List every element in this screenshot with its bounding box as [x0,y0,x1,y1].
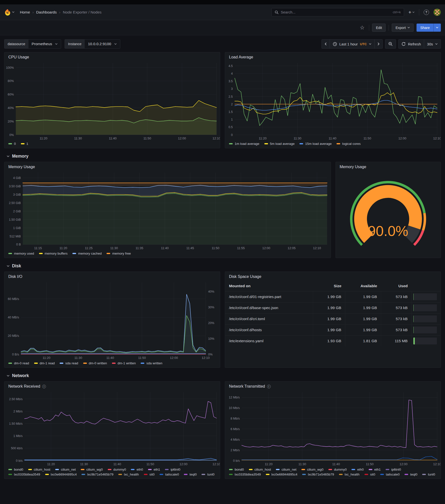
time-shift-forward-button[interactable] [374,39,383,49]
legend-item[interactable]: lxc9b71e5465b79 [302,473,334,476]
cpu-usage-chart[interactable]: 0%20%40%60%80%100%11:2011:3011:4011:5012… [4,60,220,141]
panel-title[interactable]: Network Transmitted [229,384,265,389]
share-button[interactable]: Share [417,24,433,32]
disk-io-chart[interactable]: 0 B/s20 MB/s40 MB/s60 MB/s11:2011:3011:4… [4,280,220,361]
legend-item[interactable]: memory free [107,252,131,255]
refresh-interval-select[interactable]: 30s [424,39,441,49]
legend-item[interactable]: eth1 [148,468,160,471]
legend-item[interactable]: cilium_wg0 [81,468,103,471]
legend-item[interactable]: sda written [141,361,162,365]
legend-item[interactable]: dm-1 read [34,361,55,365]
panel-title[interactable]: Disk Space Usage [229,274,261,279]
panel-title[interactable]: Memory Usage [340,165,366,169]
legend-item[interactable]: sit0 [144,473,155,476]
panel-title[interactable]: Disk I/O [8,274,22,279]
legend-item[interactable]: 5m load average [264,142,295,145]
search-input[interactable]: Search... ctrl+k [271,8,404,17]
add-button[interactable]: + [408,9,416,16]
info-icon[interactable]: i [267,385,271,388]
network-received-chart[interactable]: 0 b/s500 kb/s1 Mb/s1.50 Mb/s2 Mb/s2.50 M… [4,390,220,467]
time-range-picker[interactable]: Last 1 hour UTC [330,39,374,49]
legend-item[interactable]: ip6tnl0 [386,468,401,471]
legend-item[interactable]: memory buffers [39,252,68,255]
svg-text:0 B: 0 B [16,243,21,246]
legend-item[interactable]: lxc_health [118,473,139,476]
legend-item[interactable]: memory used [8,252,34,255]
legend-item[interactable]: dm-0 read [8,361,29,365]
legend-item[interactable]: logical cores [337,142,361,145]
legend-item[interactable]: lxc0e66944895c4 [266,473,298,476]
favorite-star-button[interactable]: ☆ [358,24,366,31]
svg-text:0 B/s: 0 B/s [12,353,19,356]
legend-item[interactable]: sda read [60,361,78,365]
legend-item[interactable]: dm-1 written [112,361,136,365]
section-memory[interactable]: Memory [4,153,441,162]
legend-item[interactable]: cilium_net [276,468,297,471]
memory-usage-chart[interactable]: 0 B512 MiB1 GiB1.50 GiB2 GiB2.50 GiB3 Gi… [4,170,331,251]
legend-item[interactable]: tailscale0 [160,473,179,476]
share-menu-button[interactable] [433,24,441,32]
legend-item[interactable]: dummy0 [328,468,347,471]
network-transmitted-chart[interactable]: 0 b/s2 Mb/s4 Mb/s6 Mb/s8 Mb/s10 Mb/s12 M… [225,390,441,467]
legend-item[interactable]: sit0 [364,473,375,476]
section-network[interactable]: Network [4,372,441,381]
legend-item[interactable]: lxc9b71e5465b79 [82,473,113,476]
user-avatar[interactable] [433,9,441,16]
svg-text:11:30: 11:30 [294,137,302,140]
table-column-header[interactable]: Available [345,281,381,291]
legend-item[interactable]: 0 [8,142,16,145]
svg-text:3 GiB: 3 GiB [13,193,21,196]
legend-item[interactable]: teql0 [405,473,417,476]
info-icon[interactable]: i [42,385,46,388]
legend-item[interactable]: eth0 [131,468,143,471]
svg-text:20%: 20% [208,321,214,325]
legend-item[interactable]: bond0 [229,468,244,471]
legend-item[interactable]: tunl0 [422,473,435,476]
legend-item[interactable]: cilium_wg0 [302,468,323,471]
legend-item[interactable]: eth0 [352,468,363,471]
instance-select[interactable]: 10.0.0.2:9100 [85,39,120,48]
legend-item[interactable]: 1m load average [229,142,259,145]
legend-item[interactable]: tailscale0 [380,473,400,476]
legend-item[interactable]: lxc_health [339,473,360,476]
legend-item[interactable]: bond0 [8,468,23,471]
refresh-button[interactable]: Refresh [398,39,424,49]
edit-button[interactable]: Edit [372,24,386,32]
breadcrumb-item[interactable]: Home [20,10,30,15]
section-title: Network [12,373,29,378]
legend-item[interactable]: ip6tnl0 [165,468,180,471]
legend-item[interactable]: cilium_net [55,468,76,471]
export-button[interactable]: Export [392,24,414,32]
table-column-header[interactable]: Used [381,281,412,291]
breadcrumb-item[interactable]: Dashboards [36,10,57,15]
legend-item[interactable]: dummy0 [108,468,126,471]
kiosk-top-strip [0,0,445,4]
section-disk[interactable]: Disk [4,262,441,271]
legend-item[interactable]: 15m load average [300,142,332,145]
legend-item[interactable]: cilium_host [249,468,271,471]
load-average-chart[interactable]: 00.511.522.533.544.511:2011:3011:4011:50… [225,60,441,141]
legend-item[interactable]: lxc0e66944895c4 [45,473,77,476]
table-column-header[interactable]: Size [313,281,345,291]
help-button[interactable]: ? [423,9,430,16]
legend-item[interactable]: cilium_host [28,468,51,471]
panel-title[interactable]: Network Received [8,384,40,389]
legend-item[interactable]: teql0 [184,473,196,476]
datasource-select[interactable]: Prometheus [28,39,61,48]
breadcrumb-item[interactable]: Node Exporter / Nodes [63,10,102,15]
legend-item[interactable]: tunl0 [201,473,214,476]
svg-text:12:10: 12:10 [433,462,441,466]
legend-item[interactable]: lxc0335b8ea3549 [229,473,261,476]
legend-item[interactable]: memory cached [72,252,102,255]
legend-item[interactable]: eth1 [369,468,381,471]
zoom-out-button[interactable] [385,39,396,49]
panel-title[interactable]: CPU Usage [8,55,29,59]
panel-title[interactable]: Load Average [229,55,253,59]
table-column-header[interactable]: Mounted on [225,281,313,291]
legend-item[interactable]: lxc0335b8ea3549 [8,473,40,476]
time-shift-back-button[interactable] [321,39,330,49]
panel-title[interactable]: Memory Usage [8,165,35,169]
legend-item[interactable]: dm-0 written [83,361,107,365]
legend-item[interactable]: 1 [21,142,28,145]
grafana-logo[interactable] [4,9,15,16]
